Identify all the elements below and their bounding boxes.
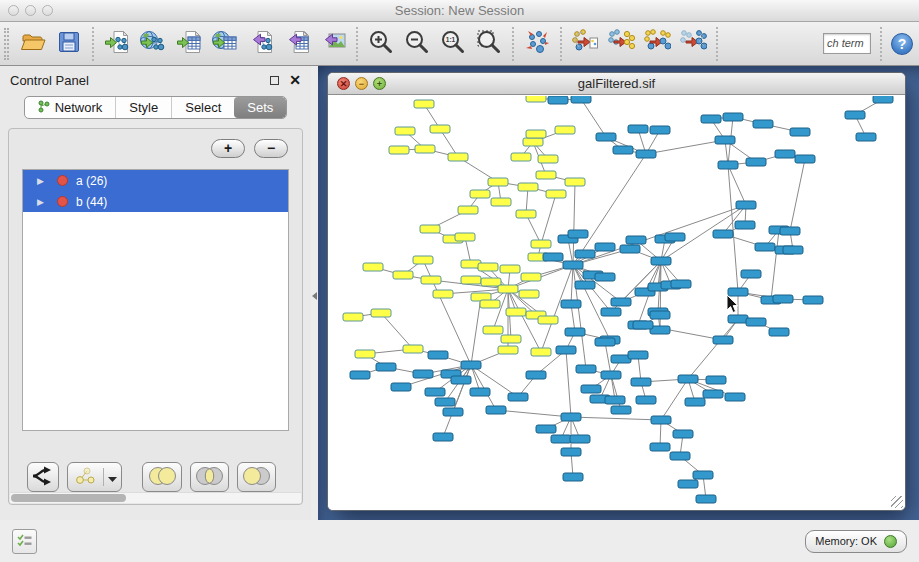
- network-node[interactable]: [461, 361, 481, 369]
- tab-sets[interactable]: Sets: [234, 97, 286, 118]
- network-node[interactable]: [428, 351, 448, 359]
- float-panel-icon[interactable]: [270, 76, 279, 85]
- network-node[interactable]: [611, 298, 631, 306]
- network-node[interactable]: [803, 296, 823, 304]
- network-node[interactable]: [650, 126, 670, 134]
- network-node[interactable]: [631, 378, 651, 386]
- network-node[interactable]: [723, 113, 743, 121]
- extend-selection-button[interactable]: [639, 26, 675, 62]
- network-node[interactable]: [523, 138, 543, 146]
- network-node[interactable]: [563, 261, 583, 269]
- network-node[interactable]: [746, 318, 766, 326]
- network-node[interactable]: [350, 371, 370, 379]
- network-node[interactable]: [538, 316, 558, 324]
- network-node[interactable]: [595, 273, 615, 281]
- network-node[interactable]: [703, 390, 723, 398]
- zoom-window-button[interactable]: [42, 5, 53, 16]
- import-network-url-button[interactable]: [135, 26, 171, 62]
- network-node[interactable]: [671, 280, 691, 288]
- network-node[interactable]: [735, 221, 755, 229]
- network-graph[interactable]: [328, 96, 905, 510]
- add-set-button[interactable]: +: [211, 139, 245, 158]
- network-node[interactable]: [526, 96, 546, 102]
- network-node[interactable]: [626, 236, 646, 244]
- toolbar-drag-handle[interactable]: [4, 28, 9, 60]
- network-node[interactable]: [613, 146, 633, 154]
- network-node[interactable]: [611, 406, 631, 414]
- network-node[interactable]: [451, 376, 471, 384]
- network-node[interactable]: [470, 190, 490, 198]
- network-node[interactable]: [516, 210, 536, 218]
- network-node[interactable]: [458, 206, 478, 214]
- network-node[interactable]: [780, 227, 800, 235]
- horizontal-scrollbar[interactable]: [10, 492, 301, 503]
- network-node[interactable]: [650, 311, 670, 319]
- network-node[interactable]: [508, 393, 528, 401]
- network-node[interactable]: [696, 495, 716, 503]
- network-node[interactable]: [511, 153, 531, 161]
- network-node[interactable]: [443, 408, 463, 416]
- create-set-dropdown-button[interactable]: [67, 462, 122, 492]
- network-node[interactable]: [571, 96, 591, 103]
- network-window-titlebar[interactable]: ✕ − + galFiltered.sif: [328, 73, 905, 95]
- network-node[interactable]: [526, 130, 546, 138]
- zoom-actual-size-button[interactable]: 1:1: [435, 26, 471, 62]
- network-node[interactable]: [651, 257, 671, 265]
- network-node[interactable]: [531, 240, 551, 248]
- network-node[interactable]: [565, 178, 585, 186]
- network-node[interactable]: [531, 348, 551, 356]
- network-node[interactable]: [435, 398, 455, 406]
- network-node[interactable]: [536, 425, 556, 433]
- minimize-window-button[interactable]: [25, 5, 36, 16]
- network-node[interactable]: [620, 245, 640, 253]
- network-node[interactable]: [678, 375, 698, 383]
- save-session-button[interactable]: [51, 26, 87, 62]
- network-node[interactable]: [715, 136, 735, 144]
- network-node[interactable]: [665, 233, 685, 241]
- network-node[interactable]: [433, 433, 453, 441]
- network-node[interactable]: [430, 125, 450, 133]
- network-node[interactable]: [343, 313, 363, 321]
- window-titlebar[interactable]: Session: New Session: [0, 0, 919, 22]
- network-node[interactable]: [395, 127, 415, 135]
- tab-style[interactable]: Style: [115, 97, 171, 118]
- network-node[interactable]: [483, 326, 503, 334]
- network-node[interactable]: [500, 265, 520, 273]
- network-node[interactable]: [595, 243, 615, 251]
- network-node[interactable]: [633, 321, 653, 329]
- network-node[interactable]: [628, 125, 648, 133]
- network-node[interactable]: [650, 443, 670, 451]
- network-node[interactable]: [725, 393, 745, 401]
- union-sets-button[interactable]: [142, 462, 181, 492]
- network-node[interactable]: [498, 285, 518, 293]
- tab-select[interactable]: Select: [171, 97, 234, 118]
- network-node[interactable]: [596, 133, 616, 141]
- network-node[interactable]: [461, 276, 481, 284]
- network-node[interactable]: [414, 100, 434, 108]
- network-node[interactable]: [478, 263, 498, 271]
- zoom-out-button[interactable]: [399, 26, 435, 62]
- network-node[interactable]: [403, 345, 423, 353]
- network-node[interactable]: [570, 435, 590, 443]
- network-node[interactable]: [783, 246, 803, 254]
- network-node[interactable]: [506, 308, 526, 316]
- network-node[interactable]: [693, 471, 713, 479]
- minimize-network-icon[interactable]: −: [355, 77, 368, 90]
- import-network-file-button[interactable]: [99, 26, 135, 62]
- network-node[interactable]: [433, 290, 453, 298]
- network-node[interactable]: [670, 452, 690, 460]
- network-node[interactable]: [736, 201, 756, 209]
- network-window[interactable]: ✕ − + galFiltered.sif: [327, 72, 906, 511]
- network-node[interactable]: [518, 183, 538, 191]
- network-node[interactable]: [543, 253, 563, 261]
- network-node[interactable]: [595, 338, 615, 346]
- network-node[interactable]: [713, 230, 733, 238]
- network-node[interactable]: [371, 309, 391, 317]
- network-node[interactable]: [628, 351, 648, 359]
- export-selected-network-button[interactable]: [567, 26, 603, 62]
- open-file-button[interactable]: [15, 26, 51, 62]
- network-node[interactable]: [581, 385, 601, 393]
- set-list-item[interactable]: ▶a (26): [23, 170, 288, 191]
- network-node[interactable]: [845, 111, 865, 119]
- network-node[interactable]: [651, 416, 671, 424]
